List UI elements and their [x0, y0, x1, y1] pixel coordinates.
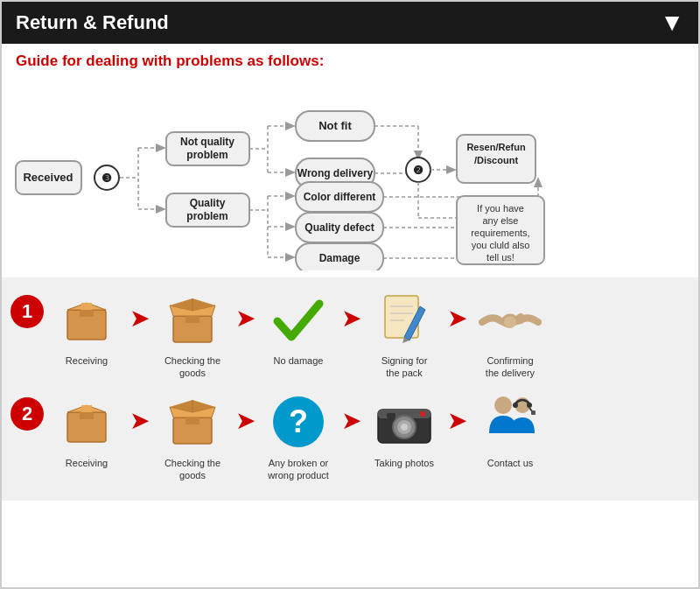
- flowchart-svg: Received ❸ Not quality problem Quality p…: [9, 82, 691, 270]
- box-open-icon: [161, 288, 224, 351]
- svg-marker-21: [285, 168, 296, 177]
- arrow-7: ➤: [341, 406, 361, 435]
- svg-marker-31: [285, 222, 296, 231]
- svg-rect-72: [186, 316, 200, 323]
- arrow-1: ➤: [130, 304, 150, 333]
- step-2-checking: Checking thegoods: [153, 390, 232, 482]
- svg-text:/Discount: /Discount: [474, 155, 518, 165]
- svg-text:requirements,: requirements,: [471, 228, 529, 238]
- contact-label: Contact us: [487, 457, 534, 469]
- flowchart-container: Received ❸ Not quality problem Quality p…: [2, 82, 698, 274]
- notepad-icon: [373, 288, 436, 351]
- box-closed-2-icon: [55, 390, 118, 453]
- svg-marker-29: [285, 192, 296, 200]
- box-open-2-icon: [161, 390, 224, 453]
- svg-point-96: [494, 396, 512, 414]
- broken-label: Any broken orwrong product: [268, 457, 329, 482]
- step-2-number: 2: [10, 397, 44, 431]
- step-2-contact: Contact us: [471, 390, 550, 469]
- header: Return & Refund ▼: [2, 2, 698, 44]
- step-2-broken: ? Any broken orwrong product: [259, 390, 338, 482]
- svg-text:Quality: Quality: [190, 197, 226, 209]
- svg-text:Damage: Damage: [319, 252, 360, 264]
- svg-text:you cluld also: you cluld also: [472, 240, 530, 250]
- svg-rect-95: [420, 411, 425, 417]
- svg-rect-88: [186, 417, 200, 424]
- arrow-8: ➤: [447, 406, 467, 435]
- guide-title: Guide for dealing with problems as follo…: [16, 53, 684, 70]
- svg-rect-66: [80, 310, 94, 317]
- svg-text:Color different: Color different: [304, 191, 376, 203]
- svg-text:Resen/Refun: Resen/Refun: [466, 142, 526, 152]
- checking-goods-label: Checking thegoods: [164, 354, 220, 380]
- photos-label: Taking photos: [374, 457, 434, 469]
- camera-icon: [373, 390, 436, 453]
- arrow-3: ➤: [341, 304, 361, 333]
- svg-rect-67: [81, 303, 92, 310]
- step-1-nodamage: No damage: [259, 288, 338, 367]
- svg-marker-19: [285, 122, 296, 130]
- svg-text:❸: ❸: [102, 172, 112, 185]
- step-1-items: Receiving ➤ Checking thegoods ➤: [47, 288, 690, 380]
- no-damage-label: No damage: [274, 354, 324, 367]
- receiving-label: Receiving: [66, 354, 108, 367]
- guide-section: Guide for dealing with problems as follo…: [2, 44, 698, 82]
- step-2-row: 2 Receiving ➤: [10, 390, 690, 482]
- step-1-number: 1: [10, 295, 44, 328]
- arrow-4: ➤: [447, 304, 467, 333]
- svg-marker-47: [446, 165, 457, 174]
- svg-text:any else: any else: [483, 215, 519, 226]
- svg-text:Wrong delivery: Wrong delivery: [298, 167, 374, 179]
- step-2-photos: Taking photos: [365, 390, 444, 469]
- receiving-2-label: Receiving: [66, 457, 108, 469]
- step-1-signing: Signing forthe pack: [365, 288, 444, 380]
- arrow-5: ➤: [130, 406, 150, 435]
- svg-marker-9: [156, 205, 166, 214]
- svg-marker-33: [285, 253, 296, 262]
- svg-text:Received: Received: [23, 171, 73, 184]
- svg-text:Not quality: Not quality: [180, 136, 234, 148]
- svg-text:❷: ❷: [413, 164, 424, 177]
- box-closed-icon: [55, 288, 118, 351]
- svg-text:Not fit: Not fit: [318, 119, 352, 132]
- svg-point-93: [401, 424, 408, 431]
- svg-text:problem: problem: [186, 210, 228, 222]
- step-2-receiving: Receiving: [47, 390, 126, 469]
- arrow-6: ➤: [235, 406, 256, 435]
- svg-rect-82: [80, 412, 94, 419]
- contact-icon: [479, 390, 542, 453]
- svg-point-99: [527, 403, 532, 408]
- svg-rect-94: [387, 413, 396, 418]
- checkmark-icon: [267, 288, 330, 351]
- svg-text:tell us!: tell us!: [486, 252, 514, 263]
- svg-point-98: [513, 403, 518, 408]
- steps-section: 1 Receiving ➤: [2, 277, 698, 501]
- arrow-2: ➤: [235, 304, 256, 333]
- step-1-confirming: Confirmingthe delivery: [471, 288, 550, 380]
- svg-marker-7: [156, 144, 166, 152]
- svg-rect-101: [531, 410, 536, 415]
- svg-text:If you have: If you have: [477, 203, 524, 214]
- step-1-row: 1 Receiving ➤: [10, 288, 690, 380]
- step-1-receiving: Receiving: [47, 288, 126, 367]
- checking-goods-2-label: Checking thegoods: [164, 457, 220, 482]
- question-icon: ?: [267, 390, 330, 453]
- svg-text:Quality defect: Quality defect: [304, 221, 374, 234]
- step-2-items: Receiving ➤ Checking thegoods ➤: [47, 390, 690, 482]
- page-title: Return & Refund: [16, 11, 169, 34]
- confirming-label: Confirmingthe delivery: [486, 354, 535, 380]
- svg-rect-83: [81, 405, 92, 412]
- signing-label: Signing forthe pack: [382, 354, 428, 380]
- down-arrow-icon: ▼: [660, 9, 684, 37]
- step-1-checking: Checking thegoods: [153, 288, 232, 380]
- svg-text:problem: problem: [186, 149, 228, 161]
- handshake-icon: [479, 288, 542, 351]
